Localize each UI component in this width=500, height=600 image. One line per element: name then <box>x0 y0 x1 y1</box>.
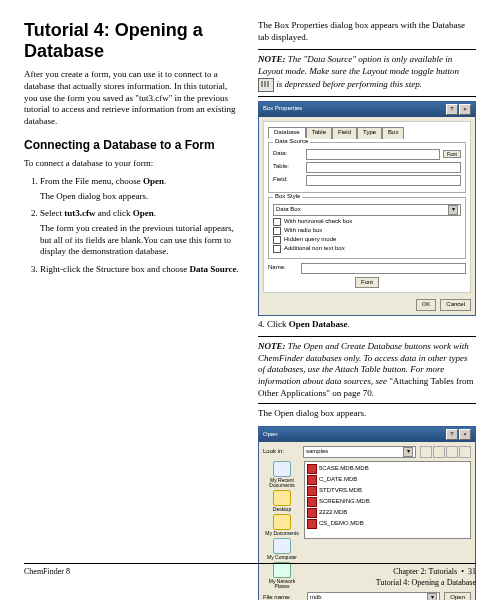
rule <box>258 49 476 50</box>
dialog-title-text: Open <box>263 431 278 439</box>
footer-product: ChemFinder 8 <box>24 567 70 588</box>
place-recent[interactable]: My Recent Documents <box>263 461 301 488</box>
file-item[interactable]: CS_DEMO.MDB <box>307 519 468 529</box>
table-field[interactable] <box>306 162 461 173</box>
page-footer: ChemFinder 8 Chapter 2: Tutorials • 31 T… <box>24 563 476 588</box>
box-properties-dialog: Box Properties ? × Database Table Field … <box>258 101 476 316</box>
opt-horizontal[interactable]: With horizontal check box <box>273 218 461 226</box>
rule <box>258 96 476 97</box>
lookin-label: Look in: <box>263 448 299 456</box>
tab-type[interactable]: Type <box>357 127 382 139</box>
new-folder-icon[interactable] <box>446 446 458 458</box>
close-icon[interactable]: × <box>459 429 471 440</box>
font-button[interactable]: Font <box>443 150 461 159</box>
steps-list: From the File menu, choose Open. The Ope… <box>24 176 242 276</box>
layout-toggle-icon <box>258 78 274 92</box>
help-icon[interactable]: ? <box>446 104 458 115</box>
file-item[interactable]: 2222.MDB <box>307 508 468 518</box>
opt-hidden[interactable]: Hidden query mode <box>273 236 461 244</box>
mdb-icon <box>307 508 317 518</box>
tab-box[interactable]: Box <box>382 127 404 139</box>
chevron-down-icon: ▾ <box>403 447 413 457</box>
page-title: Tutorial 4: Opening a Database <box>24 20 242 61</box>
file-item[interactable]: STDTVRS.MDB <box>307 486 468 496</box>
box-style-combo[interactable]: Data Box▾ <box>273 204 461 216</box>
data-field[interactable] <box>306 149 440 160</box>
filename-field[interactable]: mdb▾ <box>307 592 440 600</box>
name-field[interactable] <box>301 263 466 274</box>
mdb-icon <box>307 486 317 496</box>
dialog-tabs: Database Table Field Type Box <box>268 126 466 138</box>
opt-additional[interactable]: Additional non text box <box>273 245 461 253</box>
font-button-main[interactable]: Font <box>355 277 379 289</box>
rule <box>258 336 476 337</box>
up-icon[interactable] <box>433 446 445 458</box>
opt-radio[interactable]: With radio box <box>273 227 461 235</box>
place-desktop[interactable]: Desktop <box>263 490 301 512</box>
step-1-sub: The Open dialog box appears. <box>40 191 242 203</box>
open-lead: The Open dialog box appears. <box>258 408 476 420</box>
place-mycomputer[interactable]: My Computer <box>263 538 301 560</box>
dialog-titlebar: Box Properties ? × <box>259 102 475 117</box>
close-icon[interactable]: × <box>459 104 471 115</box>
mdb-icon <box>307 475 317 485</box>
step-2: Select tut3.cfw and click Open. The form… <box>40 208 242 258</box>
open-button[interactable]: Open <box>444 592 471 600</box>
step-1: From the File menu, choose Open. The Ope… <box>40 176 242 202</box>
data-source-group: Data Source Data:Font Table: Field: <box>268 142 466 193</box>
note-chemfinder-only: NOTE: The Open and Create Database butto… <box>258 341 476 399</box>
mdb-icon <box>307 497 317 507</box>
filename-label: File name: <box>263 594 303 600</box>
step-3: Right-click the Structure box and choose… <box>40 264 242 276</box>
lead-text: To connect a database to your form: <box>24 158 242 170</box>
mdb-icon <box>307 519 317 529</box>
views-icon[interactable] <box>459 446 471 458</box>
chevron-down-icon: ▾ <box>427 593 437 600</box>
mdb-icon <box>307 464 317 474</box>
ok-button[interactable]: OK <box>416 299 437 311</box>
cancel-button[interactable]: Cancel <box>440 299 471 311</box>
box-style-group: Box Style Data Box▾ With horizontal chec… <box>268 197 466 259</box>
help-icon[interactable]: ? <box>446 429 458 440</box>
boxprops-lead: The Box Properties dialog box appears wi… <box>258 20 476 43</box>
place-mydocs[interactable]: My Documents <box>263 514 301 536</box>
back-icon[interactable] <box>420 446 432 458</box>
open-toolbar <box>420 446 471 458</box>
chevron-down-icon: ▾ <box>448 205 458 215</box>
file-item[interactable]: SCREENING.MDB <box>307 497 468 507</box>
field-field[interactable] <box>306 175 461 186</box>
step-2-sub: The form you created in the previous tut… <box>40 223 242 258</box>
dialog-title-text: Box Properties <box>263 105 302 113</box>
tab-field[interactable]: Field <box>332 127 357 139</box>
footer-tutorial: Tutorial 4: Opening a Database <box>376 578 476 588</box>
file-item[interactable]: 5CASE.MDB.MDB <box>307 464 468 474</box>
intro-text: After you create a form, you can use it … <box>24 69 242 127</box>
rule <box>258 403 476 404</box>
section-heading: Connecting a Database to a Form <box>24 138 242 152</box>
lookin-combo[interactable]: samples▾ <box>303 446 416 458</box>
note-layout-mode: NOTE: The "Data Source" option is only a… <box>258 54 476 91</box>
dialog-titlebar: Open ? × <box>259 427 475 442</box>
file-item[interactable]: C_DATE.MDB <box>307 475 468 485</box>
step-4-caption: 4. Click Open Database. <box>258 319 476 331</box>
file-list[interactable]: 5CASE.MDB.MDB C_DATE.MDB STDTVRS.MDB SCR… <box>304 461 471 539</box>
